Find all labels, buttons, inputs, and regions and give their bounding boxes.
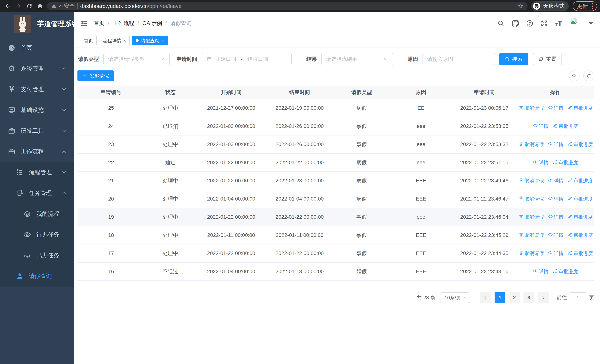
progress-action-link[interactable]: 审批进度 bbox=[568, 141, 593, 148]
progress-action-link[interactable]: 审批进度 bbox=[553, 159, 578, 166]
sidebar-item-我的流程[interactable]: 我的流程 bbox=[0, 204, 74, 224]
bookmark-star-icon[interactable]: ☆ bbox=[517, 3, 524, 10]
progress-action-link[interactable]: 审批进度 bbox=[553, 268, 578, 275]
toggle-search-button[interactable] bbox=[569, 70, 580, 81]
tab-请假查询[interactable]: 请假查询× bbox=[132, 36, 168, 45]
sidebar-item-支付管理[interactable]: ¥支付管理 bbox=[0, 79, 74, 100]
page-size-select[interactable]: 10条/页 bbox=[440, 292, 470, 303]
detail-action-link[interactable]: 详情 bbox=[548, 232, 563, 239]
sidebar-item-待办任务[interactable]: 待办任务 bbox=[0, 224, 74, 245]
action-label: 审批进度 bbox=[559, 123, 578, 130]
avatar[interactable] bbox=[569, 16, 584, 31]
sidebar-item-基础设施[interactable]: 基础设施 bbox=[0, 100, 74, 121]
detail-action-link[interactable]: 详情 bbox=[548, 105, 563, 111]
sidebar-item-已办任务[interactable]: 已办任务 bbox=[0, 245, 74, 266]
help-icon[interactable]: ? bbox=[526, 19, 534, 27]
tab-close-icon[interactable]: × bbox=[123, 38, 126, 43]
leave-type-select[interactable]: 请选择请假类型 bbox=[103, 53, 170, 65]
browser-home-button[interactable] bbox=[35, 1, 45, 11]
breadcrumb-item-首页[interactable]: 首页 bbox=[94, 20, 104, 27]
sidebar-logo-row[interactable]: 芋道管理系统 bbox=[0, 12, 74, 36]
sidebar-item-研发工具[interactable]: 研发工具 bbox=[0, 121, 74, 141]
sidebar-item-工作流程[interactable]: 工作流程 bbox=[0, 141, 74, 162]
result-select[interactable]: 请选择流结果 bbox=[321, 53, 393, 65]
browser-reload-button[interactable] bbox=[24, 1, 34, 11]
progress-action-link[interactable]: 审批进度 bbox=[568, 177, 593, 184]
url-text: dashboard.yudao.iocoder.cn/bpm/oa/leave bbox=[80, 3, 182, 9]
reset-button[interactable]: 重置 bbox=[533, 53, 562, 65]
tab-首页[interactable]: 首页 bbox=[80, 36, 97, 45]
prev-page-button[interactable] bbox=[480, 292, 491, 303]
page-button-3[interactable]: 3 bbox=[524, 292, 534, 303]
detail-action-link[interactable]: 详情 bbox=[548, 250, 563, 257]
chevron-down-icon bbox=[461, 295, 466, 300]
cancel-action-link[interactable]: 取消请假 bbox=[519, 177, 544, 184]
browser-back-button[interactable] bbox=[3, 1, 13, 11]
table-toolbar: 发起请假 bbox=[77, 70, 594, 81]
cancel-action-link[interactable]: 取消请假 bbox=[519, 105, 544, 111]
start-date-input[interactable]: 开始日期 bbox=[215, 56, 236, 63]
page-button-2[interactable]: 2 bbox=[509, 292, 520, 303]
next-page-button[interactable] bbox=[538, 292, 549, 303]
progress-action-link[interactable]: 审批进度 bbox=[568, 196, 593, 202]
cancel-action-link[interactable]: 取消请假 bbox=[519, 250, 544, 257]
sidebar: 芋道管理系统 首页⚙系统管理¥支付管理基础设施研发工具工作流程流程管理任务管理我… bbox=[0, 12, 74, 364]
detail-action-link[interactable]: 详情 bbox=[548, 141, 563, 148]
edit-icon bbox=[568, 141, 572, 148]
search-icon[interactable] bbox=[497, 19, 505, 27]
cell-id: 25 bbox=[77, 99, 145, 117]
cell-actions: 取消请假详情审批进度 bbox=[517, 172, 594, 190]
detail-action-link[interactable]: 详情 bbox=[533, 123, 548, 130]
cell-start: 2022-01-04 00:00:00 bbox=[196, 262, 266, 280]
filter-form: 请假类型 请选择请假类型 申请时间 开始日期 - 结束日期 结果 请选择流结果 bbox=[77, 53, 594, 65]
sidebar-collapse-icon[interactable] bbox=[80, 19, 88, 28]
progress-action-link[interactable]: 审批进度 bbox=[553, 123, 578, 130]
browser-menu-icon[interactable] bbox=[592, 3, 593, 9]
toolbox-icon bbox=[7, 127, 16, 135]
detail-action-link[interactable]: 详情 bbox=[533, 268, 548, 275]
refresh-table-button[interactable] bbox=[583, 70, 594, 81]
progress-action-link[interactable]: 审批进度 bbox=[568, 232, 593, 239]
progress-action-link[interactable]: 审批进度 bbox=[568, 214, 593, 220]
browser-forward-button[interactable] bbox=[14, 1, 23, 11]
sidebar-item-首页[interactable]: 首页 bbox=[0, 37, 74, 58]
detail-action-link[interactable]: 详情 bbox=[548, 177, 563, 184]
cancel-action-link[interactable]: 取消请假 bbox=[519, 214, 544, 220]
sidebar-item-label: 待办任务 bbox=[36, 231, 59, 239]
table-row: 24已取消2022-01-03 00:00:002022-01-26 00:00… bbox=[77, 117, 594, 135]
cancel-action-link[interactable]: 取消请假 bbox=[519, 141, 544, 148]
sidebar-item-任务管理[interactable]: 任务管理 bbox=[0, 183, 74, 204]
search-button[interactable]: 搜索 bbox=[499, 53, 528, 65]
reason-input[interactable]: 请输入原因 bbox=[422, 53, 495, 65]
breadcrumb-item-OA 示例[interactable]: OA 示例 bbox=[142, 20, 162, 27]
cancel-action-link[interactable]: 取消请假 bbox=[519, 232, 544, 239]
create-leave-button[interactable]: 发起请假 bbox=[77, 70, 114, 81]
cancel-action-link[interactable]: 取消请假 bbox=[519, 196, 544, 202]
infrastructure-icon bbox=[7, 106, 16, 114]
browser-update-button[interactable]: 更新 bbox=[573, 1, 597, 11]
fullscreen-icon[interactable] bbox=[540, 19, 548, 27]
sidebar-item-系统管理[interactable]: ⚙系统管理 bbox=[0, 58, 74, 79]
apply-time-range-picker[interactable]: 开始日期 - 结束日期 bbox=[202, 53, 292, 65]
detail-action-link[interactable]: 详情 bbox=[548, 196, 563, 202]
not-secure-chip[interactable]: 不安全 bbox=[51, 2, 75, 10]
font-size-icon[interactable]: TT bbox=[555, 20, 562, 27]
address-bar[interactable]: 不安全 dashboard.yudao.iocoder.cn/bpm/oa/le… bbox=[47, 2, 527, 10]
avatar-caret-icon[interactable] bbox=[589, 22, 593, 27]
breadcrumb-item-工作流程[interactable]: 工作流程 bbox=[113, 20, 134, 27]
tab-流程详情[interactable]: 流程详情× bbox=[99, 36, 130, 45]
sidebar-item-流程管理[interactable]: 流程管理 bbox=[0, 162, 74, 183]
action-label: 详情 bbox=[554, 232, 563, 239]
github-icon[interactable] bbox=[511, 19, 519, 27]
detail-action-link[interactable]: 详情 bbox=[548, 214, 563, 220]
end-date-input[interactable]: 结束日期 bbox=[247, 56, 268, 63]
progress-action-link[interactable]: 审批进度 bbox=[568, 105, 593, 111]
edit-icon bbox=[553, 123, 557, 129]
leave-table: 申请编号状态开始时间结束时间请假类型原因申请时间操作 25处理中2021-12-… bbox=[77, 86, 594, 281]
goto-page-input[interactable] bbox=[570, 292, 586, 303]
sidebar-item-请假查询[interactable]: 请假查询 bbox=[0, 266, 74, 287]
page-button-1[interactable]: 1 bbox=[495, 292, 505, 303]
tab-close-icon[interactable]: × bbox=[162, 38, 164, 43]
detail-action-link[interactable]: 详情 bbox=[533, 159, 548, 166]
progress-action-link[interactable]: 审批进度 bbox=[568, 250, 593, 257]
